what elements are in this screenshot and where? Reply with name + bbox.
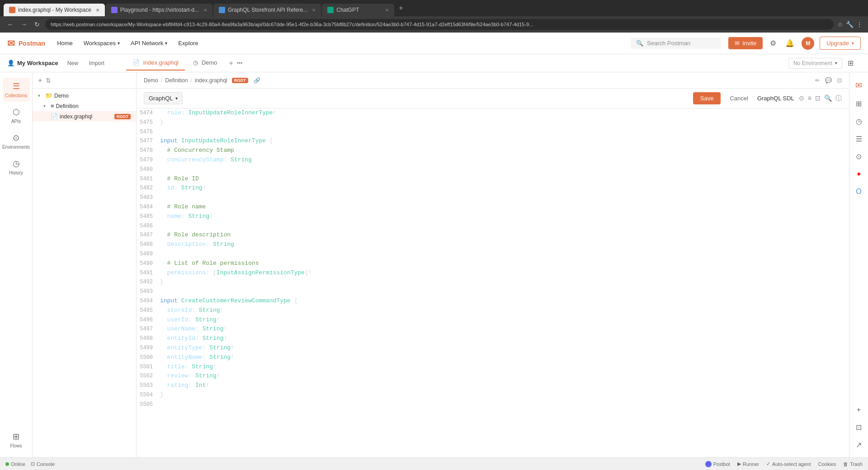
- line-content: [160, 287, 849, 296]
- browser-tab-3[interactable]: GraphQL Storefront API Refere... ✕: [213, 4, 321, 16]
- tab-demo[interactable]: ◷ Demo: [187, 56, 224, 70]
- extensions-icon[interactable]: 🔧: [846, 21, 854, 28]
- line-number: 5500: [137, 353, 160, 362]
- nav-api-network[interactable]: API Network ▾: [126, 37, 172, 49]
- sidebar-item-apis[interactable]: ⬡ APIs: [3, 103, 30, 127]
- rs-external-icon[interactable]: ↗: [853, 438, 864, 452]
- line-content: description: String: [160, 240, 849, 249]
- settings-button[interactable]: ⚙: [768, 37, 778, 49]
- breadcrumb-index-graphql[interactable]: index.graphql: [195, 77, 227, 84]
- rs-icon-5[interactable]: ⊙: [853, 150, 864, 164]
- env-selector[interactable]: No Environment ▾: [788, 58, 842, 69]
- line-number: 5498: [137, 334, 160, 343]
- browser-tab-2[interactable]: Playground - https://virtostart-d... ✕: [106, 4, 212, 16]
- cancel-button[interactable]: Cancel: [725, 92, 752, 104]
- line-content: rating: Int!: [160, 381, 849, 390]
- code-editor[interactable]: 5474 role: InputUpdateRoleInnerType!5475…: [137, 108, 849, 457]
- breadcrumb-link-icon[interactable]: 🔗: [254, 77, 260, 84]
- tree-item-demo[interactable]: ▾ 📁 Demo: [33, 90, 136, 101]
- line-number: 5496: [137, 316, 160, 324]
- rs-icon-4[interactable]: ☰: [853, 132, 865, 146]
- line-number: 5491: [137, 269, 160, 277]
- back-button[interactable]: ←: [5, 19, 15, 30]
- panel-sort-icon[interactable]: ⇅: [46, 77, 51, 84]
- rs-icon-3[interactable]: ◷: [853, 114, 865, 128]
- url-bar[interactable]: [45, 19, 834, 30]
- tab-close-1[interactable]: ✕: [96, 8, 99, 13]
- nav-actions: ☆ 🔧 ⋮: [837, 21, 863, 28]
- format-icon[interactable]: ⊙: [799, 94, 804, 103]
- tab-favicon-4: [327, 7, 334, 13]
- search-code-icon[interactable]: 🔍: [824, 94, 832, 103]
- menu-icon[interactable]: ⋮: [856, 21, 863, 28]
- help-icon[interactable]: ⓘ: [835, 94, 842, 103]
- rs-icon-7[interactable]: O: [853, 185, 864, 198]
- comment-icon[interactable]: 💬: [825, 77, 832, 84]
- cookies-button[interactable]: Cookies: [818, 461, 836, 467]
- avatar[interactable]: M: [802, 37, 814, 50]
- forward-button[interactable]: →: [19, 19, 29, 30]
- definition-label: Definition: [56, 103, 131, 109]
- line-number: 5503: [137, 381, 160, 390]
- align-icon[interactable]: ≡: [808, 94, 811, 103]
- nav-home[interactable]: Home: [52, 37, 77, 49]
- history-icon: ◷: [13, 159, 20, 169]
- panel-add-icon[interactable]: +: [38, 76, 42, 85]
- console-button[interactable]: ⊡ Console: [31, 461, 55, 467]
- upgrade-button[interactable]: Upgrade ▾: [820, 37, 861, 50]
- tab-close-4[interactable]: ✕: [385, 8, 389, 13]
- reload-button[interactable]: ↻: [33, 19, 42, 30]
- env-settings-button[interactable]: ⊞: [846, 57, 855, 69]
- sidebar-item-history[interactable]: ◷ History: [3, 155, 30, 179]
- browser-tab-4[interactable]: ChatGPT ✕: [322, 4, 394, 16]
- add-tab-button[interactable]: +: [229, 59, 233, 67]
- line-number: 5480: [137, 165, 160, 174]
- new-tab-button[interactable]: +: [395, 4, 406, 12]
- rs-add-icon[interactable]: +: [854, 403, 863, 417]
- online-status[interactable]: Online: [5, 461, 25, 467]
- env-label: No Environment: [793, 60, 832, 66]
- copy-icon[interactable]: ⊡: [815, 94, 821, 103]
- breadcrumb-definition[interactable]: Definition: [165, 77, 188, 84]
- trash-button[interactable]: 🗑 Trash: [843, 461, 863, 467]
- tab-index-graphql[interactable]: 📄 index.graphql: [126, 56, 185, 70]
- bookmark-icon[interactable]: ☆: [837, 21, 843, 28]
- tree-item-index-graphql[interactable]: 📄 index.graphql ROOT: [33, 111, 136, 122]
- tab-close-3[interactable]: ✕: [312, 8, 316, 13]
- runner-button[interactable]: ▶ Runner: [737, 461, 759, 467]
- auto-select-button[interactable]: ✓ Auto-select agent: [766, 461, 811, 467]
- rs-icon-6[interactable]: ✦: [853, 167, 864, 181]
- tab-title-4: ChatGPT: [336, 7, 381, 13]
- breadcrumb-demo[interactable]: Demo: [144, 77, 158, 84]
- postbot-button[interactable]: Postbot: [705, 461, 730, 467]
- notifications-button[interactable]: 🔔: [783, 37, 796, 49]
- rs-icon-2[interactable]: ⊞: [853, 97, 864, 111]
- sidebar-item-collections[interactable]: ☰ Collections: [3, 78, 30, 102]
- edit-icon[interactable]: ✏: [815, 77, 820, 84]
- rs-icon-1[interactable]: ✉: [853, 78, 865, 93]
- sidebar-item-flows[interactable]: ⊞ Flows: [3, 428, 30, 452]
- tab-favicon-3: [219, 7, 225, 13]
- line-number: 5495: [137, 306, 160, 315]
- nav-explore[interactable]: Explore: [174, 37, 203, 49]
- search-bar[interactable]: 🔍 Search Postman: [631, 38, 721, 49]
- more-tabs-button[interactable]: •••: [237, 60, 243, 66]
- nav-bar: ← → ↻ ☆ 🔧 ⋮: [0, 16, 868, 33]
- file-panel-header: + ⇅: [33, 72, 136, 89]
- invite-button[interactable]: ✉ Invite: [728, 37, 763, 49]
- sidebar-item-environments[interactable]: ⊙ Environments: [3, 129, 30, 153]
- line-content: input CreateCustomerReviewCommandType {: [160, 296, 849, 306]
- new-button[interactable]: New: [64, 58, 82, 68]
- tree-item-definition[interactable]: ▾ ≡ Definition: [33, 101, 136, 111]
- nav-workspaces[interactable]: Workspaces ▾: [79, 37, 124, 49]
- save-button[interactable]: Save: [693, 92, 721, 104]
- line-content: userId: String!: [160, 315, 849, 325]
- graphql-selector[interactable]: GraphQL ▾: [144, 92, 183, 104]
- tab-favicon-1: [9, 7, 15, 13]
- browser-tab-1[interactable]: index.graphql - My Workspace ✕: [4, 4, 105, 16]
- rs-expand-icon[interactable]: ⊡: [853, 420, 864, 434]
- import-button[interactable]: Import: [85, 58, 108, 68]
- share-icon[interactable]: ⊡: [837, 77, 842, 84]
- explore-label: Explore: [178, 40, 198, 47]
- tab-close-2[interactable]: ✕: [203, 8, 207, 13]
